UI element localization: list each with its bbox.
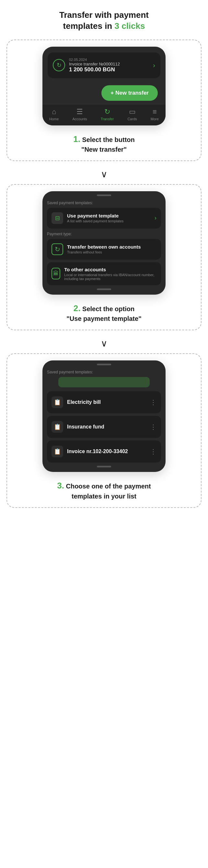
- electricity-icon: 📋: [51, 396, 63, 408]
- transaction-left: ↻ 02.05.2024 Invoice transfer №0000112 1…: [53, 58, 120, 73]
- use-payment-template-left: ⊟ Use payment template A list with saved…: [51, 212, 124, 224]
- arrow-down-2: ∨: [101, 338, 108, 349]
- nav-item-cards[interactable]: ▭ Cards: [127, 107, 137, 121]
- step3-number: 3.: [57, 481, 64, 490]
- electricity-left: 📋 Electricity bill: [51, 396, 101, 408]
- drag-handle: [97, 194, 111, 196]
- bank-icon: 🏛: [51, 268, 60, 279]
- use-payment-template-subtitle: A list with saved payment templates: [67, 219, 124, 223]
- transaction-amount: 1 200 500.00 BGN: [69, 66, 120, 73]
- screen3-body: Saved payment templates: 📋 Electricity b…: [42, 361, 166, 472]
- step1-container: ↻ 02.05.2024 Invoice transfer №0000112 1…: [6, 39, 202, 161]
- search-bar[interactable]: [58, 377, 150, 387]
- step2-number: 2.: [74, 303, 81, 313]
- transaction-icon: ↻: [53, 59, 65, 71]
- insurance-name: Insurance fund: [67, 424, 104, 430]
- to-other-accounts-info: To other accounts Local or international…: [64, 267, 157, 281]
- to-other-accounts-item[interactable]: 🏛 To other accounts Local or internation…: [47, 262, 161, 285]
- insurance-icon: 📋: [51, 421, 63, 433]
- accounts-icon: ☰: [76, 107, 83, 116]
- nav-label-more: More: [151, 117, 159, 121]
- phone-screen-2: Saved payment templates: ⊟ Use payment t…: [42, 191, 166, 294]
- transaction-date: 02.05.2024: [69, 58, 120, 62]
- to-other-accounts-title: To other accounts: [64, 267, 157, 272]
- nav-label-accounts: Accounts: [72, 117, 87, 121]
- step3-container: Saved payment templates: 📋 Electricity b…: [6, 353, 202, 507]
- phone-screen-1: ↻ 02.05.2024 Invoice transfer №0000112 1…: [42, 47, 166, 125]
- main-title: Transfer with payment templates in 3 cli…: [59, 10, 149, 32]
- arrow-down-1: ∨: [101, 169, 108, 180]
- more-icon: ≡: [152, 107, 157, 116]
- transfer-own-title: Transfer between own accounts: [67, 244, 141, 250]
- invoice-name: Invoice nr.102-200-33402: [67, 448, 128, 455]
- nav-item-transfer[interactable]: ↻ Transfer: [101, 107, 114, 121]
- bottom-nav: ⌂ Home ☰ Accounts ↻ Transfer ▭ Cards ≡ M…: [42, 104, 166, 125]
- new-transfer-button[interactable]: + New transfer: [101, 85, 158, 101]
- insurance-menu-icon[interactable]: ⋮: [150, 423, 157, 431]
- nav-label-transfer: Transfer: [101, 117, 114, 121]
- step3-label-block: 3. Choose one of the paymenttemplates in…: [57, 480, 151, 500]
- transaction-title: Invoice transfer №0000112: [69, 62, 120, 66]
- drag-handle-3: [97, 364, 111, 365]
- phone-screen-3: Saved payment templates: 📋 Electricity b…: [42, 361, 166, 472]
- template-folder-icon: ⊟: [51, 212, 63, 224]
- transfer-own-icon: ↻: [51, 243, 63, 255]
- cards-icon: ▭: [129, 107, 136, 116]
- bottom-handle: [97, 288, 111, 290]
- nav-item-accounts[interactable]: ☰ Accounts: [72, 107, 87, 121]
- button-area: + New transfer: [48, 83, 160, 104]
- invoice-menu-icon[interactable]: ⋮: [150, 447, 157, 455]
- nav-item-more[interactable]: ≡ More: [151, 107, 159, 121]
- step1-label: 1. Select the button"New transfer": [73, 133, 134, 154]
- electricity-name: Electricity bill: [67, 399, 101, 405]
- screen2-body: Saved payment templates: ⊟ Use payment t…: [42, 191, 166, 294]
- transaction-card: ↻ 02.05.2024 Invoice transfer №0000112 1…: [48, 53, 160, 78]
- use-payment-template-info: Use payment template A list with saved p…: [67, 213, 124, 223]
- nav-label-cards: Cards: [127, 117, 137, 121]
- template-electricity[interactable]: 📋 Electricity bill ⋮: [47, 391, 161, 413]
- nav-label-home: Home: [49, 117, 59, 121]
- step2-container: Saved payment templates: ⊟ Use payment t…: [6, 184, 202, 330]
- transfer-own-accounts-item[interactable]: ↻ Transfer between own accounts Transfer…: [47, 239, 161, 259]
- saved-label: Saved payment templates:: [47, 200, 161, 205]
- payment-type-label: Payment type:: [47, 232, 161, 236]
- bottom-handle-3: [97, 466, 111, 467]
- home-icon: ⌂: [52, 107, 56, 116]
- transaction-info: 02.05.2024 Invoice transfer №0000112 1 2…: [69, 58, 120, 73]
- screen1-body: ↻ 02.05.2024 Invoice transfer №0000112 1…: [42, 47, 166, 104]
- step2-label: 2. Select the option"Use payment templat…: [66, 302, 141, 323]
- screen3-saved-label: Saved payment templates:: [47, 370, 161, 374]
- insurance-left: 📋 Insurance fund: [51, 421, 104, 433]
- nav-item-home[interactable]: ⌂ Home: [49, 107, 59, 121]
- transfer-own-info: Transfer between own accounts Transfers …: [67, 244, 141, 254]
- transfer-icon: ↻: [104, 107, 110, 116]
- step1-number: 1.: [73, 134, 80, 144]
- to-other-accounts-subtitle: Local or international transfers via IBA…: [64, 273, 157, 281]
- transfer-own-subtitle: Transfers without fees: [67, 250, 141, 254]
- use-payment-template-title: Use payment template: [67, 213, 124, 218]
- invoice-icon: 📋: [51, 446, 63, 457]
- template-insurance[interactable]: 📋 Insurance fund ⋮: [47, 416, 161, 438]
- invoice-left: 📋 Invoice nr.102-200-33402: [51, 446, 128, 457]
- use-template-arrow-icon: ›: [154, 215, 157, 221]
- electricity-menu-icon[interactable]: ⋮: [150, 398, 157, 406]
- use-payment-template-item[interactable]: ⊟ Use payment template A list with saved…: [47, 208, 161, 228]
- transaction-arrow-icon: ›: [153, 62, 155, 69]
- template-invoice[interactable]: 📋 Invoice nr.102-200-33402 ⋮: [47, 440, 161, 463]
